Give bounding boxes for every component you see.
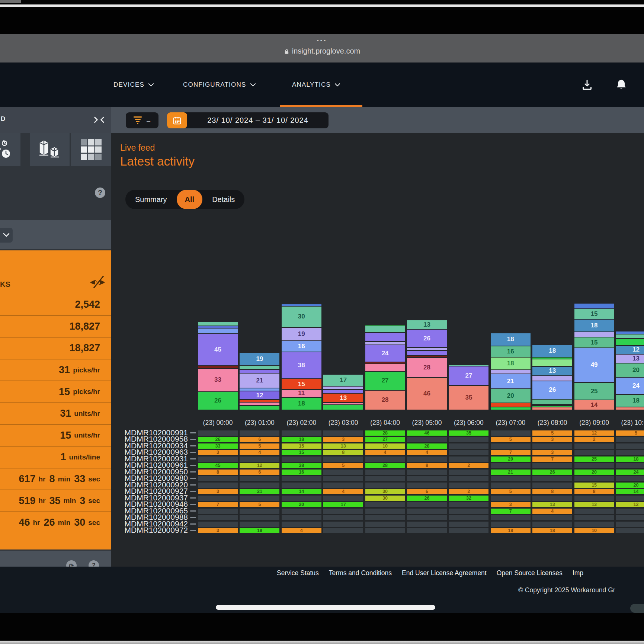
heatmap-cell[interactable]: 14: [282, 489, 321, 494]
notifications-bell-icon[interactable]: [613, 76, 630, 94]
heatmap-cell[interactable]: [323, 430, 363, 436]
heatmap-cell[interactable]: 30: [365, 496, 405, 501]
bar-segment[interactable]: [616, 331, 644, 334]
heatmap-cell[interactable]: [616, 443, 644, 449]
bar-segment[interactable]: [323, 404, 363, 410]
heatmap-cell[interactable]: 7: [491, 509, 531, 514]
heatmap-cell[interactable]: [532, 515, 572, 520]
heatmap-cell[interactable]: [198, 522, 238, 527]
heatmap-cell[interactable]: [240, 476, 279, 481]
collapse-panel-icon[interactable]: [92, 115, 106, 124]
heatmap-cell[interactable]: 8: [407, 463, 447, 468]
heatmap-cell[interactable]: [574, 443, 614, 449]
heatmap-cell[interactable]: 15: [282, 443, 321, 449]
view-tab-summary[interactable]: Summary: [125, 190, 177, 209]
heatmap-cell[interactable]: [449, 522, 488, 527]
refresh-icon[interactable]: ⟳: [66, 560, 77, 567]
chevron-down-icon[interactable]: [0, 228, 13, 243]
bar-segment[interactable]: [240, 405, 279, 410]
heatmap-cell[interactable]: [407, 528, 447, 534]
nav-item-configurations[interactable]: CONFIGURATIONS: [183, 63, 256, 107]
heatmap-cell[interactable]: 7: [198, 502, 238, 507]
bar-segment[interactable]: 26: [198, 391, 238, 410]
heatmap-cell[interactable]: [240, 515, 279, 520]
heatmap-cell[interactable]: [574, 509, 614, 514]
bar-segment[interactable]: [323, 386, 363, 389]
bar-segment[interactable]: [240, 402, 279, 405]
bar-segment[interactable]: [407, 350, 447, 355]
heatmap-cell[interactable]: 3: [491, 502, 531, 507]
footer-link[interactable]: Terms and Conditions: [329, 569, 392, 577]
bar-segment[interactable]: 18: [491, 333, 531, 345]
heatmap-cell[interactable]: 6: [240, 470, 279, 475]
heatmap-cell[interactable]: 7: [491, 450, 531, 455]
heatmap-cell[interactable]: 2: [449, 489, 488, 494]
bar-segment[interactable]: 15: [574, 337, 614, 347]
heatmap-cell[interactable]: [282, 509, 321, 514]
heatmap-cell[interactable]: 3: [532, 437, 572, 442]
heatmap-cell[interactable]: [198, 509, 238, 514]
heatmap-cell[interactable]: [407, 509, 447, 514]
stacked-bar--23-09-00[interactable]: 142549151815: [574, 303, 614, 410]
heatmap-cell[interactable]: [532, 463, 572, 468]
bar-segment[interactable]: [365, 326, 405, 332]
heatmap-cell[interactable]: 20: [491, 456, 531, 462]
heatmap-cell[interactable]: [198, 483, 238, 488]
stacked-bar--23-07-00[interactable]: 2021181618: [491, 333, 531, 410]
footer-link[interactable]: Open Source Licenses: [497, 569, 563, 577]
heatmap-cell[interactable]: 8: [323, 450, 363, 455]
heatmap-cell[interactable]: 2: [449, 463, 488, 468]
heatmap-cell[interactable]: [491, 522, 531, 527]
bar-segment[interactable]: [574, 303, 614, 308]
bar-segment[interactable]: 24: [616, 377, 644, 394]
heatmap-cell[interactable]: 3: [198, 489, 238, 494]
heatmap-cell[interactable]: [574, 463, 614, 468]
heatmap-cell[interactable]: [616, 476, 644, 481]
heatmap-cell[interactable]: [323, 456, 363, 462]
heatmap-cell[interactable]: [449, 502, 488, 507]
home-indicator[interactable]: [216, 605, 435, 610]
heatmap-cell[interactable]: 18: [491, 528, 531, 534]
heatmap-cell[interactable]: 28: [365, 430, 405, 436]
bar-segment[interactable]: 13: [616, 354, 644, 363]
heatmap-cell[interactable]: [616, 522, 644, 527]
bar-segment[interactable]: 20: [491, 388, 531, 403]
heatmap-cell[interactable]: 26: [407, 496, 447, 501]
heatmap-cell[interactable]: 20: [616, 483, 644, 488]
heatmap-cell[interactable]: 5: [532, 430, 572, 436]
heatmap-cell[interactable]: 30: [365, 489, 405, 494]
bar-segment[interactable]: [616, 334, 644, 338]
heatmap-cell[interactable]: [616, 450, 644, 455]
heatmap-cell[interactable]: 8: [198, 470, 238, 475]
bar-segment[interactable]: 28: [407, 357, 447, 377]
bar-segment[interactable]: 20: [616, 363, 644, 377]
heatmap-cell[interactable]: [574, 476, 614, 481]
heatmap-cell[interactable]: [240, 522, 279, 527]
heatmap-cell[interactable]: [449, 443, 488, 449]
heatmap-cell[interactable]: 18: [532, 528, 572, 534]
heatmap-cell[interactable]: 5: [323, 463, 363, 468]
heatmap-cell[interactable]: 20: [282, 502, 321, 507]
footer-link[interactable]: End User License Agreement: [402, 569, 487, 577]
date-range-picker[interactable]: 23/ 10/ 2024 – 31/ 10/ 2024: [167, 112, 329, 128]
heatmap-cell[interactable]: [407, 437, 447, 442]
bar-segment[interactable]: 13: [407, 320, 447, 329]
heatmap-cell[interactable]: [365, 483, 405, 488]
bar-segment[interactable]: 26: [532, 381, 572, 399]
heatmap-cell[interactable]: [532, 443, 572, 449]
heatmap-cell[interactable]: [198, 476, 238, 481]
stacked-bar--23-05-00[interactable]: 46282613: [407, 320, 447, 410]
view-tab-all[interactable]: All: [177, 190, 203, 209]
heatmap-cell[interactable]: [365, 509, 405, 514]
heatmap-cell[interactable]: [532, 483, 572, 488]
heatmap-cell[interactable]: [574, 515, 614, 520]
bar-segment[interactable]: 25: [574, 382, 614, 400]
heatmap-cell[interactable]: 27: [365, 437, 405, 442]
heatmap-cell[interactable]: 4: [407, 450, 447, 455]
heatmap-cell[interactable]: [574, 522, 614, 527]
heatmap-cell[interactable]: [323, 528, 363, 534]
heatmap-cell[interactable]: 5: [616, 430, 644, 436]
heatmap-cell[interactable]: [574, 450, 614, 455]
bar-segment[interactable]: 13: [532, 366, 572, 375]
heatmap-cell[interactable]: [616, 528, 644, 534]
